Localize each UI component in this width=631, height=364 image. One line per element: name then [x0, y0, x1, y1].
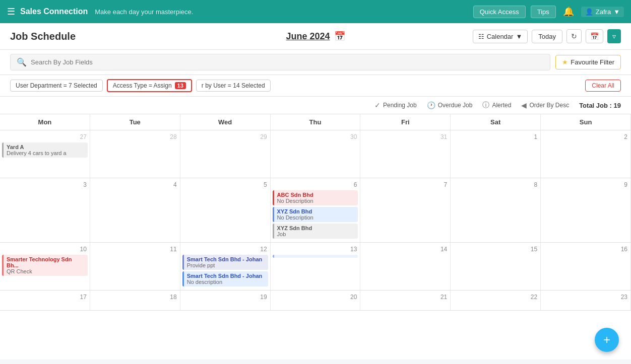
cal-date: 19 — [182, 293, 268, 303]
cal-event-xyz-sdn-bhd-2[interactable]: XYZ Sdn Bhd Job — [273, 224, 358, 239]
alerted-filter[interactable]: ⓘ Alerted — [482, 101, 511, 110]
status-bar: ✓ Pending Job 🕐 Overdue Job ⓘ Alerted ◀ … — [0, 97, 631, 114]
cal-event-smart-tech-nodesc-cont[interactable] — [273, 255, 358, 258]
user-menu[interactable]: 👤 Zafra ▼ — [581, 7, 624, 17]
cal-cell-jun4: 4 — [90, 178, 180, 242]
cal-cell-jun12: 12 Smart Tech Sdn Bhd - Johan Provide pp… — [180, 243, 271, 290]
cal-cell-jun15: 15 — [451, 243, 541, 290]
cal-cell-jun6: 6 ABC Sdn Bhd No Description XYZ Sdn Bhd… — [271, 178, 361, 242]
cal-date: 15 — [453, 245, 538, 255]
search-icon: 🔍 — [17, 57, 27, 67]
cal-cell-may30: 30 — [271, 130, 361, 178]
add-job-fab-button[interactable]: + — [595, 328, 619, 352]
cal-date: 4 — [92, 180, 178, 190]
overdue-job-filter[interactable]: 🕐 Overdue Job — [427, 101, 473, 109]
cal-date: 12 — [182, 245, 268, 255]
event-title: ABC Sdn Bhd — [277, 192, 355, 198]
hamburger-menu-icon[interactable]: ☰ — [7, 6, 15, 17]
search-box[interactable]: 🔍 — [10, 54, 550, 70]
app-tagline: Make each day your masterpiece. — [95, 8, 468, 16]
cal-date: 20 — [273, 293, 358, 303]
cal-cell-jun5: 5 — [180, 178, 271, 242]
event-desc: No description — [187, 279, 265, 285]
cal-cell-jun17: 17 — [0, 290, 90, 310]
app-logo: Sales Connection — [20, 7, 88, 16]
day-header-sat: Sat — [451, 114, 541, 130]
calendar-container: Mon Tue Wed Thu Fri Sat Sun 27 Yard A De… — [0, 114, 631, 359]
tips-button[interactable]: Tips — [531, 6, 556, 18]
event-title: XYZ Sdn Bhd — [277, 208, 355, 214]
cal-cell-jun9: 9 — [541, 178, 631, 242]
current-month-year: June 2024 — [286, 31, 330, 42]
date-section: June 2024 📅 — [214, 31, 417, 42]
pending-job-label: Pending Job — [383, 102, 417, 109]
filter-tag-badge: 13 — [175, 82, 186, 89]
cal-cell-jun13: 13 — [271, 243, 361, 290]
cal-date: 8 — [453, 180, 538, 190]
alerted-label: Alerted — [492, 102, 511, 109]
header-actions: ☷ Calendar ▼ Today ↻ 📅 ▿ — [417, 29, 621, 43]
plus-icon: + — [603, 333, 610, 347]
notification-icon[interactable]: 🔔 — [563, 6, 574, 17]
filter-button[interactable]: ▿ — [607, 29, 621, 43]
order-by-desc-filter[interactable]: ◀ Order By Desc — [521, 101, 569, 109]
cal-cell-jun11: 11 — [90, 243, 180, 290]
filter-tag-access-type[interactable]: Access Type = Assign 13 — [107, 79, 192, 92]
cal-cell-jun19: 19 — [180, 290, 271, 310]
calendar-day-headers: Mon Tue Wed Thu Fri Sat Sun — [0, 114, 631, 130]
cal-cell-jun21: 21 — [360, 290, 451, 310]
filter-tag-department[interactable]: User Department = 7 Selected — [10, 80, 103, 92]
cal-date: 30 — [273, 132, 358, 142]
day-header-wed: Wed — [180, 114, 271, 130]
cal-cell-jun10: 10 Smarter Technology Sdn Bh... QR Check — [0, 243, 90, 290]
alerted-icon: ⓘ — [482, 101, 489, 110]
user-avatar-icon: 👤 — [585, 8, 593, 16]
calendar-nav-button[interactable]: 📅 — [586, 29, 603, 43]
cal-event-yard-a[interactable]: Yard A Delivery 4 cars to yard a — [2, 142, 88, 158]
cal-event-smarter-tech[interactable]: Smarter Technology Sdn Bh... QR Check — [2, 255, 88, 276]
order-by-desc-label: Order By Desc — [529, 102, 569, 109]
event-title: XYZ Sdn Bhd — [277, 225, 355, 231]
search-input[interactable] — [31, 58, 544, 66]
clear-all-button[interactable]: Clear All — [585, 80, 621, 92]
search-section: 🔍 ★ Favourite Filter — [0, 50, 631, 75]
cal-date: 21 — [362, 293, 448, 303]
today-button[interactable]: Today — [532, 30, 562, 43]
calendar-view-button[interactable]: ☷ Calendar ▼ — [473, 30, 528, 43]
cal-event-xyz-sdn-bhd-1[interactable]: XYZ Sdn Bhd No Description — [273, 207, 358, 222]
cal-date: 22 — [453, 293, 538, 303]
star-icon: ★ — [562, 58, 568, 66]
cal-event-abc-sdn-bhd[interactable]: ABC Sdn Bhd No Description — [273, 190, 358, 205]
cal-event-smart-tech-nodesc[interactable]: Smart Tech Sdn Bhd - Johan No descriptio… — [182, 271, 268, 286]
event-desc: No Description — [277, 214, 355, 221]
date-picker-icon[interactable]: 📅 — [334, 31, 345, 42]
cal-date: 6 — [273, 180, 358, 190]
cal-event-smart-tech-ppt[interactable]: Smart Tech Sdn Bhd - Johan Provide ppt — [182, 255, 268, 270]
cal-cell-jun8: 8 — [451, 178, 541, 242]
filter-tag-user[interactable]: r by User = 14 Selected — [196, 80, 271, 92]
event-desc: Provide ppt — [187, 262, 265, 268]
overdue-job-label: Overdue Job — [438, 102, 473, 109]
page-header: Job Schedule June 2024 📅 ☷ Calendar ▼ To… — [0, 23, 631, 50]
user-dropdown-icon: ▼ — [613, 8, 620, 16]
favourite-filter-button[interactable]: ★ Favourite Filter — [555, 55, 621, 69]
cal-cell-jun16: 16 — [541, 243, 631, 290]
cal-cell-may29: 29 — [180, 130, 271, 178]
quick-access-button[interactable]: Quick Access — [473, 6, 526, 18]
filter-tag-department-label: User Department = 7 Selected — [16, 82, 97, 89]
calendar-week-1: 27 Yard A Delivery 4 cars to yard a 28 2… — [0, 130, 631, 178]
cal-date: 9 — [543, 180, 628, 190]
pending-job-filter[interactable]: ✓ Pending Job — [374, 101, 417, 109]
calendar-week-4: 17 18 19 20 21 22 23 — [0, 290, 631, 311]
cal-date: 27 — [2, 132, 88, 142]
event-desc: QR Check — [7, 268, 85, 274]
cal-cell-may28: 28 — [90, 130, 180, 178]
cal-cell-may27: 27 Yard A Delivery 4 cars to yard a — [0, 130, 90, 178]
cal-date: 11 — [92, 245, 178, 255]
refresh-button[interactable]: ↻ — [566, 29, 582, 43]
cal-date: 7 — [362, 180, 448, 190]
cal-cell-jun18: 18 — [90, 290, 180, 310]
calendar-week-2: 3 4 5 6 ABC Sdn Bhd No Description XYZ S… — [0, 178, 631, 243]
event-title: Smarter Technology Sdn Bh... — [7, 256, 85, 268]
filter-tag-access-type-label: Access Type = Assign — [113, 82, 172, 89]
